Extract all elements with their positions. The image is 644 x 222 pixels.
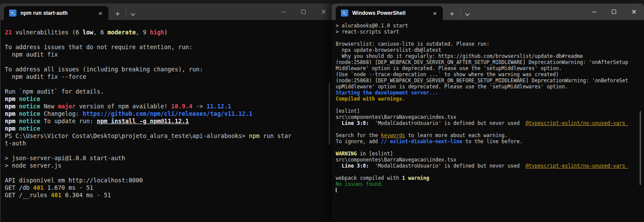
terminal-line: npm notice: [5, 125, 329, 132]
terminal-line: Middleware' option is deprecated. Please…: [336, 65, 641, 71]
terminal-line: [336, 35, 641, 41]
left-titlebar-drag-region[interactable]: >_ npm run start-auth × + ×: [0, 3, 334, 20]
terminal-line: No issues found.: [336, 181, 641, 187]
desktop: >_ npm run start-auth × + × 21 vulnerabi…: [0, 0, 644, 222]
terminal-line: [336, 169, 641, 175]
terminal-line: [336, 187, 641, 193]
terminal-line: npm notice: [5, 95, 329, 103]
powershell-icon: >_: [9, 10, 17, 17]
terminal-line: Line 3:8: 'ModalCadastroUsuario' is defi…: [336, 120, 641, 126]
terminal-line: > react-scripts start: [336, 29, 641, 35]
terminal-line: Line 3:8: 'ModalCadastroUsuario' is defi…: [336, 163, 641, 169]
terminal-line: API disponível em http://localhost:8000: [5, 177, 329, 184]
terminal-line: > json-server-api@1.0.0 start-auth: [5, 155, 329, 162]
right-window-controls: ×: [584, 3, 644, 20]
close-button[interactable]: ×: [314, 3, 334, 20]
terminal-line: To address issues that do not require at…: [5, 44, 329, 51]
new-tab-button[interactable]: +: [450, 10, 454, 17]
terminal-output-left[interactable]: 21 vulnerabilities (6 low, 6 moderate, 9…: [0, 20, 334, 222]
terminal-line: [336, 126, 641, 132]
scrollbar-thumb[interactable]: [329, 83, 330, 145]
terminal-line: npm notice To update run: npm install -g…: [5, 118, 329, 125]
terminal-line: [5, 147, 329, 155]
terminal-line: [5, 36, 329, 44]
tab-title: Windows PowerShell: [352, 10, 427, 16]
terminal-line: t-auth: [5, 140, 329, 147]
maximize-button[interactable]: [604, 3, 624, 20]
tab-npm-run-start-auth[interactable]: >_ npm run start-auth ×: [4, 6, 108, 20]
terminal-line: 21 vulnerabilities (6 low, 6 moderate, 9…: [5, 29, 329, 36]
powershell-icon-glyph: >_: [11, 11, 15, 15]
minimize-button[interactable]: [273, 3, 293, 20]
terminal-line: (node:25868) [DEP_WEBPACK_DEV_SERVER_ON_…: [336, 59, 641, 65]
terminal-line: npm notice New major version of npm avai…: [5, 103, 329, 110]
terminal-line: npm audit fix: [5, 51, 329, 58]
close-icon: ×: [321, 9, 327, 15]
terminal-line: > alurabooks@0.1.0 start: [336, 23, 641, 29]
terminal-line: GET /__rules 401 0.304 ms - 51: [5, 192, 329, 199]
right-titlebar-drag-region[interactable]: >_ Windows PowerShell × + ×: [332, 3, 644, 20]
terminal-line: [5, 81, 329, 88]
tab-title: npm run start-auth: [20, 10, 93, 16]
text-cursor: [336, 188, 337, 192]
left-window-controls: ×: [273, 3, 334, 20]
terminal-window-npm-run-start-auth: >_ npm run start-auth × + × 21 vulnerabi…: [0, 3, 334, 222]
terminal-line: GET /db 401 1.670 ms - 51: [5, 184, 329, 192]
close-button[interactable]: ×: [624, 3, 644, 20]
terminal-line: [336, 102, 641, 108]
terminal-line: Compiled with warnings.: [336, 96, 641, 102]
terminal-line: src\componentes\BarraNavegacao\index.tsx: [336, 114, 641, 120]
terminal-line: Search for the keywords to learn more ab…: [336, 132, 641, 138]
terminal-line: npm notice Changelog: https://github.com…: [5, 110, 329, 118]
tab-windows-powershell[interactable]: >_ Windows PowerShell ×: [336, 6, 443, 20]
terminal-window-windows-powershell: >_ Windows PowerShell × + × > alurabooks…: [332, 3, 644, 222]
terminal-line: src\componentes\BarraNavegacao\index.tsx: [336, 157, 641, 163]
terminal-line: [5, 58, 329, 66]
powershell-icon-glyph: >_: [343, 11, 347, 15]
terminal-line: > node server.js: [5, 162, 329, 169]
tab-close-icon[interactable]: ×: [431, 10, 438, 17]
maximize-button[interactable]: [293, 3, 314, 20]
terminal-line: Browserslist: caniuse-lite is outdated. …: [336, 41, 641, 47]
terminal-line: Why you should do it regularly: https://…: [336, 53, 641, 59]
terminal-line: [eslint]: [336, 108, 641, 114]
tab-dropdown-icon[interactable]: [465, 13, 470, 16]
terminal-line: (Use `node --trace-deprecation ...` to s…: [336, 71, 641, 77]
terminal-line: [5, 169, 329, 177]
maximize-icon: [301, 10, 306, 14]
minimize-icon: [281, 12, 286, 12]
terminal-line: upMiddleware' option is deprecated. Plea…: [336, 84, 641, 90]
terminal-line: (node:25868) [DEP_WEBPACK_DEV_SERVER_ON_…: [336, 77, 641, 84]
terminal-line: npm audit fix --force: [5, 73, 329, 81]
terminal-line: [336, 145, 641, 151]
terminal-line: Run `npm audit` for details.: [5, 88, 329, 95]
tab-dropdown-icon[interactable]: [131, 13, 135, 16]
tab-bar-divider: [126, 10, 126, 17]
terminal-output-right[interactable]: > alurabooks@0.1.0 start> react-scripts …: [332, 20, 644, 222]
terminal-line: Starting the development server...: [336, 90, 641, 96]
minimize-icon: [592, 12, 597, 12]
powershell-icon: >_: [341, 10, 348, 17]
tab-bar-divider: [460, 10, 461, 17]
minimize-button[interactable]: [584, 3, 604, 20]
terminal-line: To address all issues (including breakin…: [5, 66, 329, 73]
terminal-line: WARNING in [eslint]: [336, 151, 641, 157]
terminal-line: webpack compiled with 1 warning: [336, 175, 641, 181]
scrollbar-thumb[interactable]: [640, 111, 641, 185]
terminal-line: npx update-browserslist-db@latest: [336, 47, 641, 53]
terminal-line: PS C:\Users\Victor Costa\Desktop\projeto…: [5, 132, 329, 140]
tab-close-icon[interactable]: ×: [97, 10, 104, 17]
terminal-line: To ignore, add // eslint-disable-next-li…: [336, 138, 641, 145]
close-icon: ×: [631, 9, 637, 15]
maximize-icon: [612, 10, 616, 14]
new-tab-button[interactable]: +: [115, 10, 120, 17]
